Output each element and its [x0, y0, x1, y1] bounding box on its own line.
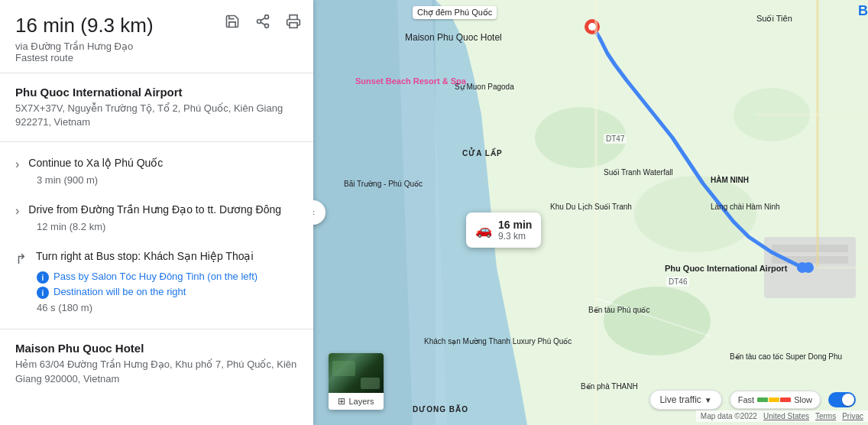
sub-info-1: i Pass by Salon Tóc Huy Đông Tinh (on th… — [37, 271, 298, 284]
live-traffic-label: Live traffic — [659, 394, 701, 405]
popup-time: 16 min — [498, 219, 532, 231]
cho-dem-label: Chợ đêm Phú Quốc — [413, 6, 497, 19]
origin-section: Phu Quoc International Airport 5X7X+37V,… — [0, 73, 313, 142]
speed-bar — [757, 397, 791, 402]
map-attribution: Map data ©2022 United States Terms Priva… — [696, 410, 868, 422]
fast-label: Fast — [738, 395, 754, 404]
svg-point-13 — [604, 287, 711, 355]
sub-info-text-1: Pass by Salon Tóc Huy Đông Tinh (on the … — [53, 271, 257, 282]
destination-address: Hẻm 63/04 Đường Trần Hưng Đạo, Khu phố 7… — [15, 358, 298, 385]
left-panel: 16 min (9.3 km) via Đường Trần Hưng Đạo … — [0, 0, 313, 425]
speed-seg-medium — [769, 397, 779, 402]
traffic-toggle[interactable] — [828, 392, 856, 407]
toggle-knob — [842, 394, 854, 406]
step-detail-2: 12 min (8.2 km) — [37, 221, 298, 237]
layers-button[interactable]: ⊞ Layers — [329, 353, 384, 410]
svg-point-1 — [257, 20, 261, 24]
info-icon-2: i — [37, 287, 49, 299]
united-states-label[interactable]: United States — [763, 412, 809, 420]
step-sub-info: i Pass by Salon Tóc Huy Đông Tinh (on th… — [37, 271, 298, 299]
svg-point-19 — [803, 262, 814, 273]
step-text-1: Continue to Xa lộ Phú Quốc — [28, 156, 163, 171]
step-item-2: › Drive from Đường Trần Hưng Đạo to tt. … — [0, 195, 313, 242]
step-detail-3: 46 s (180 m) — [37, 302, 298, 318]
step-text-3: Turn right at Bus stop: Khách Sạn Hiệp T… — [36, 249, 254, 264]
chevron-right-icon: › — [15, 157, 19, 171]
route-fastest: Fastest route — [15, 52, 298, 63]
origin-address: 5X7X+37V, Nguyễn Trường Tộ, Tổ 2, Phú Qu… — [15, 102, 298, 129]
destination-name: Maison Phu Quoc Hotel — [15, 342, 298, 355]
svg-point-10 — [535, 107, 627, 168]
slow-label: Slow — [794, 395, 812, 404]
map-data-label: Map data ©2022 — [701, 412, 757, 420]
traffic-controls: Live traffic ▼ Fast Slow — [649, 390, 856, 410]
save-button[interactable] — [225, 14, 240, 29]
svg-point-11 — [634, 176, 756, 252]
speed-seg-slow — [780, 397, 791, 402]
layers-label: Layers — [348, 397, 374, 406]
popup-time-info: 16 min 9.3 km — [498, 219, 532, 242]
origin-name: Phu Quoc International Airport — [15, 86, 298, 99]
route-popup: 🚗 16 min 9.3 km — [466, 212, 541, 248]
map-background — [313, 0, 868, 425]
steps-section: › Continue to Xa lộ Phú Quốc 3 min (900 … — [0, 142, 313, 329]
svg-line-3 — [261, 22, 265, 24]
layers-thumbnail — [329, 353, 384, 393]
chevron-down-icon: ▼ — [704, 396, 712, 404]
share-button[interactable] — [255, 14, 270, 29]
svg-rect-5 — [290, 23, 297, 28]
svg-point-2 — [265, 24, 269, 28]
info-icon-1: i — [37, 271, 49, 284]
privacy-label[interactable]: Privac — [842, 412, 863, 420]
step-detail-1: 3 min (900 m) — [37, 174, 298, 190]
chevron-right-icon-2: › — [15, 204, 19, 218]
speed-seg-fast — [757, 397, 768, 402]
destination-section: Maison Phu Quoc Hotel Hẻm 63/04 Đường Tr… — [0, 329, 313, 397]
step-item-3: ↱ Turn right at Bus stop: Khách Sạn Hiệp… — [0, 242, 313, 323]
step-text-2: Drive from Đường Trần Hưng Đạo to tt. Dư… — [28, 203, 281, 218]
sub-info-text-2: Destination will be on the right — [53, 286, 186, 297]
map-area[interactable]: ‹ Chợ đêm Phú Quốc Maison Phu Quoc Hotel… — [313, 0, 868, 425]
layers-icon: ⊞ — [338, 396, 345, 407]
svg-line-4 — [261, 18, 265, 20]
layers-label-area: ⊞ Layers — [329, 393, 384, 410]
terms-label[interactable]: Terms — [815, 412, 836, 420]
svg-point-0 — [265, 15, 269, 19]
print-button[interactable] — [286, 14, 301, 29]
svg-rect-15 — [772, 245, 848, 252]
route-header: 16 min (9.3 km) via Đường Trần Hưng Đạo … — [0, 0, 313, 73]
car-icon: 🚗 — [475, 222, 492, 238]
route-via: via Đường Trần Hưng Đạo — [15, 41, 298, 52]
step-item-1: › Continue to Xa lộ Phú Quốc 3 min (900 … — [0, 148, 313, 195]
turn-right-icon: ↱ — [15, 251, 27, 268]
traffic-speed-indicator: Fast Slow — [730, 391, 821, 409]
live-traffic-button[interactable]: Live traffic ▼ — [649, 390, 721, 410]
sub-info-2: i Destination will be on the right — [37, 286, 298, 299]
corner-b-label: B — [858, 3, 868, 19]
header-actions — [225, 14, 301, 29]
popup-distance: 9.3 km — [498, 231, 532, 242]
